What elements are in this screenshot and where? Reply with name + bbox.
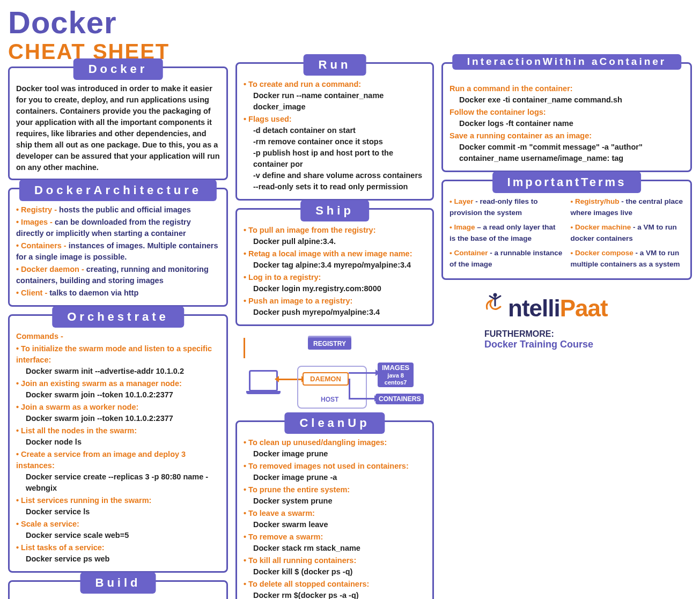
command-label: • To delete all stopped containers:: [244, 579, 426, 590]
command-sub: -d detach container on start: [244, 125, 426, 136]
command-text: Docker swarm join --token 10.1.0.2:2377: [16, 413, 220, 424]
logo-swirl-icon: [484, 293, 506, 316]
command-text: Docker service ls: [16, 506, 220, 517]
command-sub: -rm remove container once it stops: [244, 136, 426, 147]
command-text: Docker commit -m "commit message" -a "au…: [450, 142, 684, 164]
command-label: • List services running in the swarm:: [16, 495, 220, 506]
command-label: • List tasks of a service:: [16, 542, 220, 553]
command-group: • To initialize the swarm mode and liste…: [16, 343, 220, 377]
command-label: • To leave a swarm:: [244, 508, 426, 519]
term-key: Docker daemon -: [21, 265, 84, 273]
command-group: Follow the container logs:Docker logs -f…: [450, 107, 684, 129]
diagram-containers: CONTAINERS: [375, 394, 424, 404]
card-build: Build • To build the image from the dock…: [8, 580, 228, 599]
term-key: Containers -: [21, 241, 67, 250]
command-group: • Join a swarm as a worker node:Docker s…: [16, 402, 220, 424]
command-group: • Create a service from an image and dep…: [16, 449, 220, 494]
definition-row: • Registry - hosts the public and offici…: [16, 204, 220, 216]
card-run: Run • To create and run a command:Docker…: [235, 62, 434, 201]
command-text: Docker image prune -a: [244, 472, 426, 483]
arrow-icon: [244, 338, 245, 358]
logo-text-2: Paat: [560, 295, 608, 322]
arrow-icon: [349, 372, 375, 374]
term-desc: hosts the public and official images: [57, 205, 191, 214]
command-group: Save a running container as an image:Doc…: [450, 130, 684, 164]
term-key: • Docker machine: [571, 223, 631, 231]
command-label: Save a running container as an image:: [450, 130, 684, 142]
command-label: • Push an image to a registry:: [244, 295, 426, 307]
command-text: Docker kill $ (docker ps -q): [244, 566, 426, 578]
command-label: • To kill all running containers:: [244, 555, 426, 566]
svg-point-0: [493, 293, 497, 297]
diagram-host-label: HOST: [321, 396, 338, 403]
term-item: • Image – a read only layer that is the …: [450, 222, 563, 245]
command-group: • To delete all stopped containers:Docke…: [244, 579, 426, 599]
command-text: Docker logs -ft container name: [450, 118, 684, 129]
logo-block: ntelliPaat FURTHERMORE: Docker Training …: [441, 293, 692, 350]
heading-ship: Ship: [300, 200, 369, 221]
command-sub: -p publish host ip and host port to the …: [244, 147, 426, 170]
logo-text-1: ntelli: [508, 295, 560, 322]
command-label: • Flags used:: [244, 114, 426, 125]
command-label: • To build the image from the docker fil…: [16, 597, 220, 599]
command-group: • List all the nodes in the swarm:Docker…: [16, 425, 220, 448]
command-group: • List services running in the swarm:Doc…: [16, 495, 220, 517]
diagram-images: IMAGES java 8 centos7: [378, 363, 414, 387]
command-group: • Flags used:-d detach container on star…: [244, 114, 426, 193]
command-label: • To clean up unused/dangling images:: [244, 437, 426, 448]
command-group: Run a command in the container:Docker ex…: [450, 83, 684, 106]
command-text: Docker swarm leave: [244, 519, 426, 530]
command-group: • Push an image to a registry:Docker pus…: [244, 295, 426, 318]
bullet: •: [16, 205, 21, 214]
command-group: • Join an existing swarm as a manager no…: [16, 378, 220, 401]
command-label: • To create and run a command:: [244, 79, 426, 90]
heading-architecture: DockerArchitecture: [19, 180, 217, 201]
term-key: • Layer: [450, 197, 474, 205]
card-orchestrate: Orchestrate Commands - • To initialize t…: [8, 314, 228, 573]
command-text: Docker pull alpine:3.4.: [244, 236, 426, 247]
command-text: Docker stack rm stack_name: [244, 543, 426, 554]
command-text: Docker rm $(docker ps -a -q): [244, 590, 426, 599]
furthermore-label: FURTHERMORE:: [484, 329, 692, 339]
command-label: • Create a service from an image and dep…: [16, 449, 220, 471]
command-group: • To removed images not used in containe…: [244, 461, 426, 483]
command-label: • Scale a service:: [16, 519, 220, 530]
command-text: Docker swarm init --advertise-addr 10.1.…: [16, 366, 220, 377]
term-key: • Image: [450, 223, 475, 231]
term-key: • Docker compose: [571, 249, 633, 257]
heading-interaction: InteractionWithin aContainer: [452, 54, 682, 70]
definition-row: • Images - can be downloaded from the re…: [16, 217, 220, 239]
laptop-icon: [249, 370, 278, 391]
title-docker: Docker: [8, 5, 692, 40]
term-desc: talks to daemon via http: [47, 289, 138, 297]
training-course-link[interactable]: Docker Training Course: [484, 339, 692, 350]
term-item: • Docker machine - a VM to run docker co…: [571, 222, 684, 245]
command-group: • Scale a service:Docker service scale w…: [16, 519, 220, 541]
command-text: Docker image prune: [244, 448, 426, 460]
command-group: • To build the image from the docker fil…: [16, 597, 220, 599]
command-text: Docker service scale web=5: [16, 530, 220, 541]
heading-build: Build: [80, 572, 156, 594]
bullet: •: [16, 241, 21, 250]
term-key: Client -: [21, 289, 47, 297]
heading-cleanup: CleanUp: [284, 412, 385, 434]
term-item: • Layer - read-only files to provision t…: [450, 196, 563, 219]
bullet: •: [16, 218, 21, 226]
furthermore-block: FURTHERMORE: Docker Training Course: [484, 329, 692, 350]
card-docker: Docker Docker tool was introduced in ord…: [8, 66, 228, 180]
card-architecture: DockerArchitecture • Registry - hosts th…: [8, 188, 228, 307]
definition-row: • Containers - instances of images. Mult…: [16, 240, 220, 263]
command-text: Docker service create --replicas 3 -p 80…: [16, 471, 220, 494]
arrow-icon: [349, 398, 374, 400]
command-group: • Retag a local image with a new image n…: [244, 248, 426, 271]
command-text: Docker run --name container_name docker_…: [244, 90, 426, 113]
command-sub: --read-only sets it to read only permiss…: [244, 181, 426, 193]
command-group: • To create and run a command:Docker run…: [244, 79, 426, 113]
command-group: • To leave a swarm:Docker swarm leave: [244, 508, 426, 530]
diagram-images-line: java 8: [382, 372, 409, 379]
command-label: • Join a swarm as a worker node:: [16, 402, 220, 413]
card-interaction: InteractionWithin aContainer Run a comma…: [441, 62, 692, 172]
command-label: Run a command in the container:: [450, 83, 684, 94]
command-label: • To removed images not used in containe…: [244, 461, 426, 472]
command-group: • To pull an image from the registry:Doc…: [244, 225, 426, 247]
